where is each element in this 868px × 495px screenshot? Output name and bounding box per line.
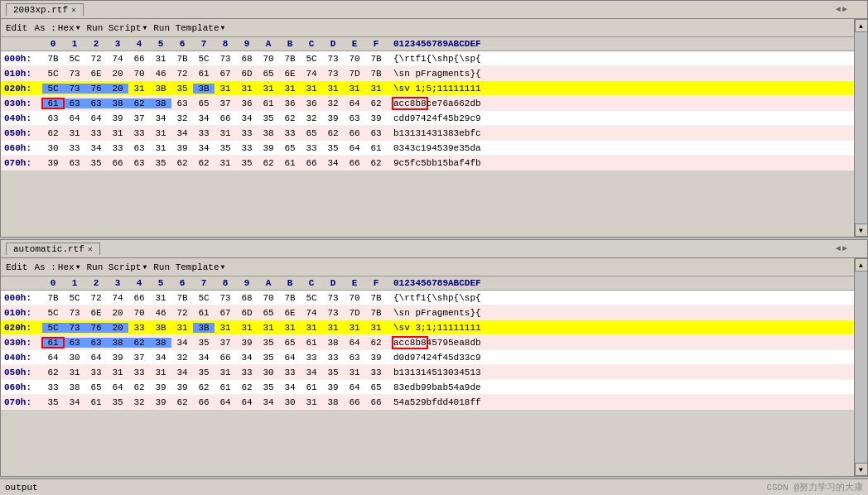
panel-1-tab[interactable]: 2003xp.rtf ✕	[6, 3, 84, 16]
panel-1-tab-label: 2003xp.rtf	[13, 5, 68, 15]
table-row: 070h: 35346135323962666464343031386666 5…	[1, 395, 854, 410]
panel-1-hexview: 0 1 2 3 4 5 6 7 8 9 A B C D E F 0	[1, 37, 867, 171]
panel-1-run-script[interactable]: Run Script ▼	[86, 23, 147, 33]
table-row: 070h: 39633566633562623135626166346662 9…	[1, 156, 854, 171]
panel-1-scrollbar[interactable]: ▲ ▼	[854, 19, 867, 237]
panel-2-toolbar: Edit As : Hex ▼ Run Script ▼ Run Templat…	[1, 258, 867, 276]
panel-1-scroll-up[interactable]: ▲	[855, 19, 868, 32]
panel-2-hex-arrow: ▼	[76, 263, 80, 271]
panel-2-close[interactable]: ✕	[88, 244, 93, 254]
panel-2-titlebar: automatic.rtf ✕ ◄ ►	[1, 240, 867, 258]
panel-2: automatic.rtf ✕ ◄ ► Edit As : Hex ▼ Run …	[0, 239, 868, 477]
panel-2-scrollbar[interactable]: ▲ ▼	[854, 258, 867, 476]
bottom-bar: output CSDN @努力学习的大康	[0, 478, 868, 495]
panel-2-run-script-arrow: ▼	[142, 263, 147, 271]
panel-1-toolbar: Edit As : Hex ▼ Run Script ▼ Run Templat…	[1, 19, 867, 37]
panel-1-scroll-track[interactable]	[855, 32, 868, 223]
panel-1-ascii-header: 0123456789ABCDEF	[393, 39, 481, 49]
table-row: 000h: 7B5C727466317B5C7368707B5C73707B {…	[1, 291, 854, 305]
table-row: 060h: 30333433633139343533396533356461 0…	[1, 141, 854, 156]
table-row: 030h: 61636338623834353739356561386462 a…	[1, 335, 854, 350]
panel-1: 2003xp.rtf ✕ ◄ ► Edit As : Hex ▼ Run Scr…	[0, 0, 868, 238]
table-row: 050h: 62313331333134333133383365626663 b…	[1, 126, 854, 141]
panel-2-run-template[interactable]: Run Template ▼	[153, 262, 224, 272]
panel-2-scroll-track[interactable]	[855, 272, 868, 463]
panel-1-run-script-arrow: ▼	[142, 24, 147, 31]
panel-2-hex-header: 0 1 2 3 4 5 6 7 8 9 A B C D E F 0	[1, 276, 854, 291]
panel-1-close[interactable]: ✕	[71, 5, 76, 15]
panel-1-nav-left[interactable]: ◄	[836, 5, 841, 14]
main-container: 2003xp.rtf ✕ ◄ ► Edit As : Hex ▼ Run Scr…	[0, 0, 868, 495]
table-row: 040h: 63646439373432346634356232396339 c…	[1, 111, 854, 126]
panel-2-as[interactable]: As : Hex ▼	[34, 262, 80, 272]
panel-1-edit[interactable]: Edit	[6, 23, 27, 33]
panel-1-run-template[interactable]: Run Template ▼	[153, 23, 224, 33]
panel-1-nav: ◄ ►	[836, 5, 847, 14]
table-row: 050h: 62313331333134353133303334353133 b…	[1, 365, 854, 380]
table-row: 030h: 61636338623863653736613636326462 a…	[1, 96, 854, 111]
panel-1-hex-header-cells: 0 1 2 3 4 5 6 7 8 9 A B C D E F	[42, 39, 387, 49]
panel-2-tab[interactable]: automatic.rtf ✕	[6, 243, 100, 255]
panel-1-offset-header	[1, 39, 42, 49]
table-row: 060h: 33386564623939626162353461396465 8…	[1, 380, 854, 395]
panel-2-scroll-down[interactable]: ▼	[855, 463, 868, 476]
table-row: 040h: 64306439373432346634356433336339 d…	[1, 350, 854, 365]
panel-1-hex-header: 0 1 2 3 4 5 6 7 8 9 A B C D E F 0	[1, 37, 854, 51]
panel-2-run-template-arrow: ▼	[220, 263, 224, 271]
table-row: 010h: 5C736E2070467261676D656E74737D7B \…	[1, 305, 854, 320]
table-row: 020h: 5C737620333B313B3131313131313131 \…	[1, 320, 854, 335]
panel-1-as[interactable]: As : Hex ▼	[34, 23, 80, 33]
panel-2-nav-right[interactable]: ►	[842, 244, 847, 253]
panel-2-ascii-header: 0123456789ABCDEF	[393, 278, 481, 288]
panel-1-hex-arrow: ▼	[76, 24, 80, 31]
panel-2-offset-header	[1, 278, 42, 288]
panel-1-nav-right[interactable]: ►	[842, 5, 847, 14]
panel-1-scroll-down[interactable]: ▼	[855, 223, 868, 237]
panel-2-nav-left[interactable]: ◄	[836, 244, 841, 253]
panel-2-hexview: 0 1 2 3 4 5 6 7 8 9 A B C D E F 0	[1, 276, 867, 410]
panel-2-nav: ◄ ►	[836, 244, 847, 253]
panel-1-run-template-arrow: ▼	[220, 24, 224, 31]
table-row: 010h: 5C736E2070467261676D656E74737D7B \…	[1, 66, 854, 81]
panel-1-titlebar: 2003xp.rtf ✕ ◄ ►	[1, 1, 867, 19]
panel-2-hex-header-cells: 0 1 2 3 4 5 6 7 8 9 A B C D E F	[42, 278, 387, 288]
panel-2-scroll-up[interactable]: ▲	[855, 258, 868, 272]
output-label: output	[5, 483, 38, 493]
table-row: 020h: 5C737620313B353B3131313131313131 \…	[1, 81, 854, 96]
panel-2-run-script[interactable]: Run Script ▼	[86, 262, 147, 272]
watermark: CSDN @努力学习的大康	[766, 481, 863, 493]
panel-2-edit[interactable]: Edit	[6, 262, 27, 272]
panel-2-tab-label: automatic.rtf	[13, 244, 84, 254]
table-row: 000h: 7B5C727466317B5C7368707B5C73707B {…	[1, 51, 854, 66]
